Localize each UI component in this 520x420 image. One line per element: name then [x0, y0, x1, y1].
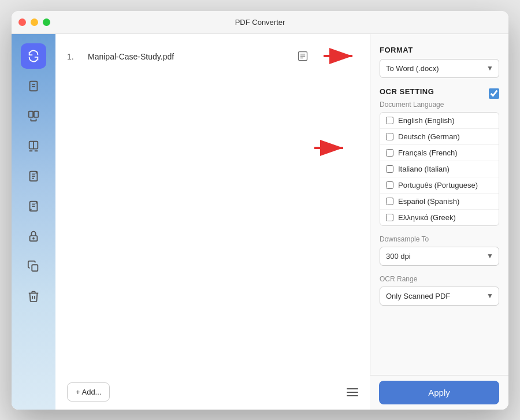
list-item: Italiano (Italian): [380, 161, 499, 177]
list-item: English (English): [380, 113, 499, 129]
sidebar-item-duplicate[interactable]: [21, 254, 46, 279]
minimize-button[interactable]: [31, 18, 38, 26]
arrow-right-icon-2: [314, 140, 349, 158]
downsample-select-wrapper: 300 dpi 150 dpi 72 dpi ▼: [380, 247, 499, 266]
list-item: Deutsch (German): [380, 129, 499, 145]
format-title: FORMAT: [380, 46, 499, 54]
lang-checkbox-pt[interactable]: [386, 181, 393, 189]
sidebar-item-split[interactable]: [21, 133, 46, 159]
lang-label-pt: Português (Portuguese): [398, 181, 478, 189]
maximize-button[interactable]: [43, 18, 50, 26]
file-name: Manipal-Case-Study.pdf: [88, 52, 288, 61]
list-item: Français (French): [380, 145, 499, 161]
sidebar-item-compress[interactable]: [21, 73, 46, 99]
downsample-label: Downsample To: [380, 235, 499, 243]
ocr-enabled-checkbox[interactable]: [489, 88, 499, 99]
ocr-section: OCR Setting Document Language English (E…: [380, 87, 499, 226]
svg-rect-11: [32, 265, 38, 271]
lang-label-en: English (English): [398, 116, 455, 125]
file-area: 1. Manipal-Case-Study.pdf: [55, 34, 370, 410]
titlebar: PDF Converter: [12, 11, 508, 34]
lang-label-fr: Français (French): [398, 148, 458, 157]
sidebar-item-convert[interactable]: [21, 43, 46, 69]
format-select[interactable]: To Word (.docx) To Excel (.xlsx) To Powe…: [380, 59, 499, 78]
app-window: PDF Converter: [12, 11, 508, 410]
file-bottom-bar: + Add...: [55, 375, 370, 410]
lang-label-it: Italiano (Italian): [398, 165, 450, 173]
file-preview-icon: [297, 50, 309, 64]
ocr-range-label: OCR Range: [380, 275, 499, 283]
sidebar-item-merge[interactable]: [21, 103, 46, 129]
lang-checkbox-de[interactable]: [386, 133, 393, 140]
lang-label-el: Ελληνικά (Greek): [398, 213, 456, 222]
right-panel: FORMAT To Word (.docx) To Excel (.xlsx) …: [370, 34, 508, 410]
sidebar-item-crop[interactable]: [21, 194, 46, 219]
apply-button[interactable]: Apply: [379, 381, 499, 404]
arrow-area-2: [65, 140, 361, 158]
ocr-range-section: OCR Range Only Scanned PDF All Pages ▼: [380, 275, 499, 306]
svg-rect-4: [34, 111, 38, 117]
doc-language-label: Document Language: [380, 101, 499, 109]
window-title: PDF Converter: [235, 18, 285, 27]
ocr-header: OCR Setting: [380, 87, 499, 101]
lang-checkbox-el[interactable]: [386, 214, 393, 221]
table-row: 1. Manipal-Case-Study.pdf: [65, 43, 361, 70]
ocr-range-select-wrapper: Only Scanned PDF All Pages ▼: [380, 287, 499, 306]
format-select-wrapper: To Word (.docx) To Excel (.xlsx) To Powe…: [380, 59, 499, 78]
arrow-right-icon: [324, 48, 358, 66]
sidebar-item-delete[interactable]: [21, 284, 46, 309]
file-number: 1.: [67, 52, 79, 61]
menu-button[interactable]: [347, 388, 358, 396]
lang-checkbox-fr[interactable]: [386, 149, 393, 157]
lang-checkbox-en[interactable]: [386, 117, 393, 124]
traffic-lights: [18, 18, 50, 26]
file-list: 1. Manipal-Case-Study.pdf: [55, 34, 370, 375]
sidebar: [12, 34, 55, 410]
add-button[interactable]: + Add...: [67, 382, 110, 402]
sidebar-item-rotate[interactable]: [21, 163, 46, 189]
language-list: English (English) Deutsch (German) Franç…: [380, 112, 499, 226]
downsample-select[interactable]: 300 dpi 150 dpi 72 dpi: [380, 247, 499, 266]
close-button[interactable]: [18, 18, 26, 26]
ocr-title: OCR Setting: [380, 87, 434, 96]
svg-rect-3: [29, 111, 33, 117]
svg-point-10: [33, 237, 34, 239]
lang-label-es: Español (Spanish): [398, 197, 459, 206]
downsample-section: Downsample To 300 dpi 150 dpi 72 dpi ▼: [380, 235, 499, 266]
main-content: 1. Manipal-Case-Study.pdf: [12, 34, 508, 410]
lang-checkbox-it[interactable]: [386, 165, 393, 173]
list-item: Ελληνικά (Greek): [380, 210, 499, 225]
ocr-range-select[interactable]: Only Scanned PDF All Pages: [380, 287, 499, 306]
format-section: FORMAT To Word (.docx) To Excel (.xlsx) …: [380, 46, 499, 78]
lang-checkbox-es[interactable]: [386, 198, 393, 205]
apply-area: Apply: [370, 375, 508, 410]
list-item: Português (Portuguese): [380, 177, 499, 194]
list-item: Español (Spanish): [380, 194, 499, 210]
lang-label-de: Deutsch (German): [398, 132, 460, 141]
sidebar-item-protect[interactable]: [21, 224, 46, 249]
right-panel-content: FORMAT To Word (.docx) To Excel (.xlsx) …: [370, 34, 508, 375]
